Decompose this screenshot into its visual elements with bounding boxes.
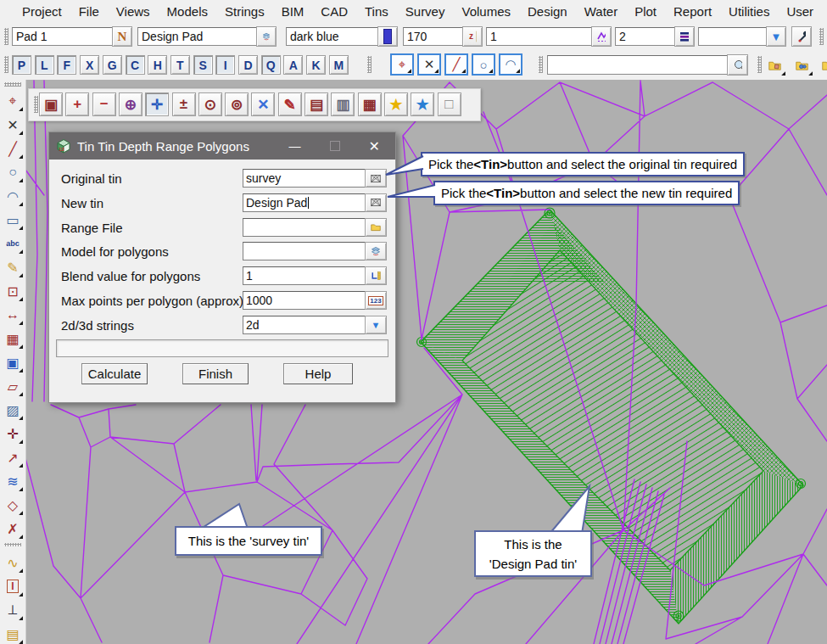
- measure-button[interactable]: ↔: [2, 304, 24, 326]
- create-text-button[interactable]: abc: [2, 232, 24, 255]
- zoom-extents-button[interactable]: ⊕: [119, 92, 142, 116]
- style-picker-button[interactable]: [674, 26, 695, 47]
- eyedropper-button[interactable]: [791, 26, 812, 47]
- weight-picker-button[interactable]: [591, 26, 612, 47]
- original-tin-input[interactable]: survey: [243, 169, 366, 188]
- numeric-select-button[interactable]: 123: [365, 291, 387, 310]
- mode-button-k[interactable]: K: [306, 55, 326, 75]
- snap-point-button[interactable]: ⌖: [390, 53, 414, 76]
- view-toolbar-grip[interactable]: [34, 96, 38, 113]
- pan-button[interactable]: ✛: [145, 92, 169, 116]
- mode-button-l[interactable]: L: [35, 55, 54, 75]
- dialog-title-bar[interactable]: 12 Tin Tin Depth Range Polygons — ✕: [49, 132, 395, 160]
- create-arc-button[interactable]: ◠: [2, 185, 24, 207]
- menu-models[interactable]: Models: [159, 4, 216, 19]
- field-toolbar-grip[interactable]: [4, 28, 8, 45]
- zoom-previous-button[interactable]: ⊙: [198, 92, 222, 116]
- finish-button[interactable]: Finish: [182, 363, 249, 384]
- mode-button-c[interactable]: C: [126, 55, 145, 75]
- snap-circle-button[interactable]: ○: [472, 53, 495, 76]
- menu-report[interactable]: Report: [665, 4, 720, 19]
- mode-button-m[interactable]: M: [329, 55, 349, 75]
- choice-select-button[interactable]: ▼: [365, 316, 387, 334]
- mode-button-t[interactable]: T: [170, 55, 190, 75]
- model-select-button[interactable]: [365, 242, 387, 260]
- search-button[interactable]: [727, 54, 748, 76]
- colour-input[interactable]: dark blue: [286, 27, 383, 46]
- tin-select-button[interactable]: [365, 169, 387, 188]
- new-plan-view-button[interactable]: ▣: [2, 351, 24, 373]
- freehand-draw-button[interactable]: ∿: [2, 552, 24, 574]
- snap-node-button[interactable]: ✕: [2, 114, 24, 136]
- views-menu-button[interactable]: ▣: [39, 92, 63, 116]
- snap-point-button[interactable]: ⌖: [2, 90, 24, 112]
- survey-setup-button[interactable]: ⟂: [2, 599, 24, 621]
- redraw-button[interactable]: ✎: [278, 92, 302, 116]
- choice-dropdown-button[interactable]: ▼: [766, 26, 786, 47]
- view-layout-button[interactable]: ▦: [358, 92, 382, 116]
- zoom-mode-button[interactable]: ⊚: [225, 92, 249, 116]
- search-grip[interactable]: [539, 56, 543, 73]
- menu-cad[interactable]: CAD: [312, 4, 356, 19]
- menu-tins[interactable]: Tins: [356, 4, 397, 19]
- create-rectangle-button[interactable]: ▭: [2, 209, 24, 231]
- search-input[interactable]: [547, 55, 730, 75]
- snap-line-button[interactable]: ╱: [444, 53, 468, 76]
- menu-survey[interactable]: Survey: [397, 4, 454, 19]
- max-points-per-polygon-approx--input[interactable]: 1000: [243, 291, 366, 310]
- field-toolbar-end-grip[interactable]: [819, 28, 824, 45]
- name-input[interactable]: Pad 1: [12, 27, 117, 46]
- style-input[interactable]: 2: [615, 27, 678, 46]
- copy-button[interactable]: ▥: [331, 92, 355, 116]
- close-button[interactable]: ✕: [369, 138, 380, 154]
- tin-select-button[interactable]: [365, 193, 387, 212]
- blend-value-for-polygons-input[interactable]: 1: [243, 266, 366, 285]
- folder-select-button[interactable]: [365, 218, 387, 237]
- weight-input[interactable]: 1: [486, 27, 595, 46]
- cad-toolbar-grip[interactable]: [4, 82, 21, 87]
- folders-grip[interactable]: [757, 56, 762, 73]
- window-arrange-button[interactable]: □: [438, 92, 461, 116]
- grid-button[interactable]: ▦: [2, 328, 24, 350]
- boundary-polygon-button[interactable]: ◇: [2, 494, 24, 516]
- menu-help[interactable]: Help: [822, 4, 827, 19]
- create-line-button[interactable]: ╱: [2, 137, 24, 160]
- height-input[interactable]: 170: [403, 27, 467, 46]
- snap-grip[interactable]: [367, 56, 372, 73]
- menu-strings[interactable]: Strings: [216, 4, 273, 19]
- mode-button-d[interactable]: D: [238, 55, 258, 75]
- menu-project[interactable]: Project: [14, 4, 70, 19]
- mode-button-x[interactable]: X: [80, 55, 99, 75]
- menu-utilities[interactable]: Utilities: [720, 4, 778, 19]
- draw-symbol-button[interactable]: ✎: [2, 256, 24, 278]
- snap-node-button[interactable]: ✕: [417, 53, 441, 76]
- menu-file[interactable]: File: [70, 4, 108, 19]
- maximize-button[interactable]: [330, 141, 340, 151]
- menu-design[interactable]: Design: [519, 4, 576, 19]
- menu-water[interactable]: Water: [576, 4, 626, 19]
- extra-folder-button[interactable]: [817, 53, 827, 76]
- favourites-button[interactable]: ★: [384, 92, 408, 116]
- menu-bim[interactable]: BIM: [273, 4, 313, 19]
- mode-button-g[interactable]: G: [103, 55, 122, 75]
- range-file-input[interactable]: [243, 218, 366, 237]
- create-circle-button[interactable]: ○: [2, 161, 24, 183]
- snap-arc-button[interactable]: ◠: [499, 53, 522, 76]
- model-picker-button[interactable]: [256, 26, 277, 47]
- mode-button-p[interactable]: P: [12, 55, 31, 75]
- menu-plot[interactable]: Plot: [626, 4, 665, 19]
- plot-button[interactable]: ▤: [305, 92, 328, 116]
- image-button[interactable]: ▨: [2, 399, 24, 421]
- delete-views-button[interactable]: ✕: [251, 92, 275, 116]
- profile-point-button[interactable]: ↗: [2, 446, 24, 468]
- model-for-polygons-input[interactable]: [243, 242, 366, 260]
- remove-view-button[interactable]: −: [92, 92, 116, 116]
- blend-select-button[interactable]: [365, 266, 387, 285]
- new-tin-input[interactable]: Design Pad: [243, 193, 366, 212]
- colour-picker-button[interactable]: [377, 26, 398, 47]
- project-folder-button[interactable]: [763, 53, 786, 76]
- menu-views[interactable]: Views: [108, 4, 159, 19]
- mode-button-a[interactable]: A: [283, 55, 303, 75]
- minimize-button[interactable]: —: [289, 139, 301, 153]
- mode-button-h[interactable]: H: [148, 55, 167, 75]
